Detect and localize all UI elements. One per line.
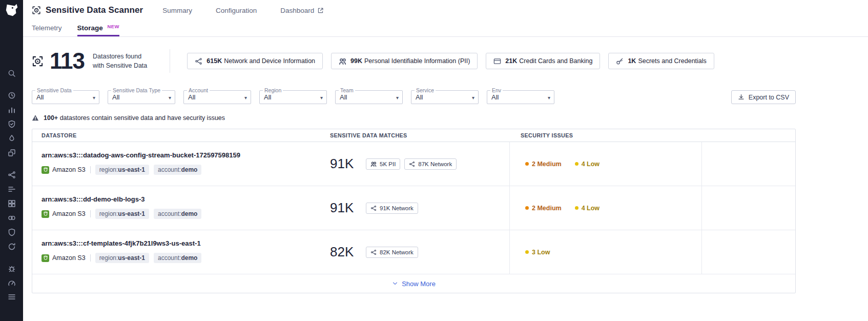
- pipelines-icon[interactable]: [5, 182, 19, 196]
- datastores-table: DATASTORE SENSITIVE DATA MATCHES SECURIT…: [32, 129, 796, 293]
- chevron-down-icon: ▾: [472, 94, 474, 100]
- card-network[interactable]: 615K Network and Device Information: [187, 53, 323, 69]
- tab-bar: Telemetry Storage NEW: [23, 21, 868, 37]
- topbar: Sensitive Data Scanner Summary Configura…: [23, 0, 868, 21]
- severity-low[interactable]: 4 Low: [575, 205, 600, 212]
- network-chip[interactable]: 87K Network: [404, 158, 457, 170]
- account-tag[interactable]: account:demo: [154, 165, 201, 175]
- table-row[interactable]: arn:aws:s3:::cf-templates-4fjk7b21l9ws3-…: [32, 230, 795, 274]
- matches-total: 82K: [330, 244, 357, 260]
- matches-total: 91K: [330, 200, 357, 216]
- datastore-arn[interactable]: arn:aws:s3:::datadog-aws-config-stream-b…: [42, 151, 321, 159]
- account-tag[interactable]: account:demo: [154, 253, 201, 263]
- actions-cell: [701, 186, 795, 230]
- tag-key: region:: [99, 166, 118, 173]
- search-icon[interactable]: [5, 66, 19, 81]
- filter-sensitive-data-type[interactable]: Sensitive Data Type All ▾: [108, 90, 175, 104]
- integrations-icon[interactable]: [5, 211, 19, 225]
- filter-label: Account: [187, 87, 210, 93]
- region-tag[interactable]: region:us-east-1: [95, 165, 149, 175]
- filter-value: All: [264, 93, 271, 101]
- chevron-down-icon: ▾: [169, 94, 171, 100]
- filter-label: Region: [263, 87, 283, 93]
- tag-key: region:: [99, 254, 118, 262]
- account-tag[interactable]: account:demo: [154, 209, 201, 219]
- pii-icon: [339, 57, 346, 65]
- filter-env[interactable]: Env All ▾: [487, 90, 554, 104]
- card-count: 99K: [350, 57, 362, 65]
- page-title: Sensitive Data Scanner: [46, 5, 143, 15]
- nav-configuration[interactable]: Configuration: [216, 7, 257, 14]
- datadog-logo-icon[interactable]: [4, 3, 19, 18]
- amazon-s3-icon: [42, 254, 49, 262]
- filter-label: Sensitive Data Type: [111, 87, 162, 93]
- download-icon: [738, 94, 745, 101]
- card-label: Secrets and Credentials: [638, 57, 706, 65]
- menu-icon[interactable]: [5, 290, 19, 305]
- card-credit-cards[interactable]: 21K Credit Cards and Banking: [486, 53, 600, 69]
- main-area: Sensitive Data Scanner Summary Configura…: [23, 0, 868, 321]
- network-icon: [195, 57, 202, 65]
- key-icon: [616, 57, 624, 65]
- severity-low[interactable]: 3 Low: [525, 249, 550, 256]
- datastore-arn[interactable]: arn:aws:s3:::cf-templates-4fjk7b21l9ws3-…: [42, 239, 321, 247]
- filter-sensitive-data[interactable]: Sensitive Data All ▾: [32, 90, 99, 104]
- severity-medium[interactable]: 2 Medium: [525, 205, 562, 212]
- filter-value: All: [112, 93, 119, 101]
- severity-label: 2 Medium: [532, 161, 562, 168]
- card-secrets[interactable]: 1K Secrets and Credentials: [608, 53, 714, 69]
- filter-label: Team: [339, 87, 355, 93]
- amazon-s3-icon: [42, 166, 49, 174]
- datastore-arn[interactable]: arn:aws:s3:::dd-demo-elb-logs-3: [42, 195, 321, 203]
- tab-telemetry[interactable]: Telemetry: [32, 24, 62, 36]
- nav-summary[interactable]: Summary: [162, 7, 192, 14]
- region-tag[interactable]: region:us-east-1: [95, 209, 149, 219]
- logs-icon[interactable]: [5, 146, 19, 160]
- summary-row: 113 Datastores found with Sensitive Data…: [32, 48, 796, 74]
- export-csv-button[interactable]: Export to CSV: [731, 90, 796, 104]
- sync-icon[interactable]: [5, 239, 19, 254]
- filter-label: Service: [415, 87, 436, 93]
- table-row[interactable]: arn:aws:s3:::datadog-aws-config-stream-b…: [32, 142, 795, 186]
- network-icon: [409, 161, 415, 167]
- nav-dashboard[interactable]: Dashboard: [280, 7, 324, 14]
- actions-cell: [701, 142, 795, 186]
- filter-team[interactable]: Team All ▾: [335, 90, 403, 104]
- region-tag[interactable]: region:us-east-1: [95, 253, 149, 263]
- chevron-down-icon: ▾: [396, 94, 399, 100]
- low-dot-icon: [525, 250, 529, 254]
- network-chip[interactable]: 91K Network: [366, 203, 418, 214]
- medium-dot-icon: [525, 162, 529, 166]
- table-row[interactable]: arn:aws:s3:::dd-demo-elb-logs-3 Amazon S…: [32, 186, 795, 230]
- chevron-down-icon: ▾: [244, 94, 247, 100]
- monitors-icon[interactable]: [5, 117, 19, 131]
- external-link-icon: [317, 7, 324, 14]
- severity-medium[interactable]: 2 Medium: [525, 161, 562, 168]
- apm-icon[interactable]: [5, 131, 19, 146]
- tab-storage[interactable]: Storage NEW: [77, 24, 119, 36]
- bug-icon[interactable]: [5, 262, 19, 276]
- nav-dashboard-label: Dashboard: [280, 7, 314, 14]
- card-pii[interactable]: 99K Personal Identifiable Information (P…: [331, 53, 478, 69]
- severity-low[interactable]: 4 Low: [575, 161, 600, 168]
- tag-value: demo: [181, 254, 197, 262]
- metrics-icon[interactable]: [5, 103, 19, 117]
- filter-service[interactable]: Service All ▾: [411, 90, 479, 104]
- new-badge: NEW: [108, 24, 119, 29]
- watchdog-icon[interactable]: [5, 88, 19, 103]
- divider: [90, 166, 91, 173]
- filter-value: All: [416, 93, 423, 101]
- filter-account[interactable]: Account All ▾: [183, 90, 251, 104]
- network-chip[interactable]: 82K Network: [366, 247, 418, 258]
- shield-icon[interactable]: [5, 225, 19, 239]
- show-more-button[interactable]: Show More: [32, 274, 795, 293]
- pii-chip[interactable]: 5K PII: [366, 158, 400, 170]
- network-icon[interactable]: [5, 168, 19, 182]
- service-name: Amazon S3: [52, 210, 86, 217]
- sidebar: [0, 0, 23, 321]
- dashboards-icon[interactable]: [5, 196, 19, 211]
- divider: [90, 254, 91, 262]
- chevron-down-icon: ▾: [320, 94, 323, 100]
- filter-region[interactable]: Region All ▾: [259, 90, 327, 104]
- gauge-icon[interactable]: [5, 276, 19, 290]
